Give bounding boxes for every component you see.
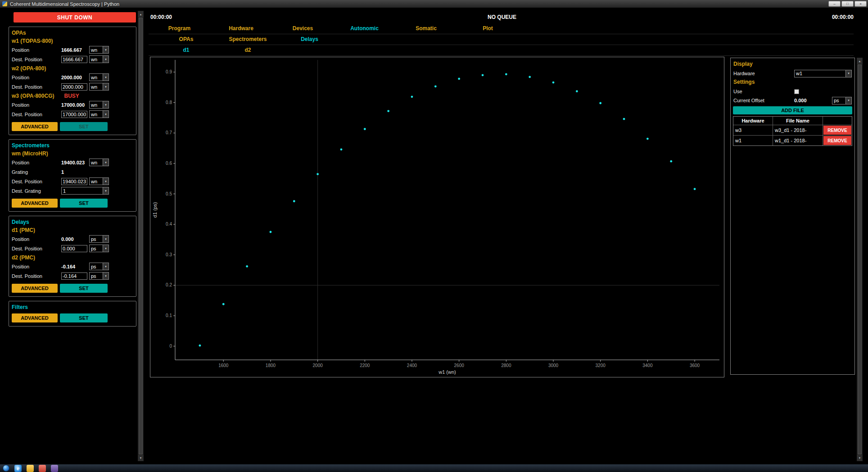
scrollbar-thumb[interactable] xyxy=(858,64,862,454)
set-button-opas[interactable]: SET xyxy=(60,122,108,131)
table-row[interactable]: w1w1_d1 - 2018-REMOVE xyxy=(733,136,852,145)
remove-button[interactable]: REMOVE xyxy=(823,126,851,135)
title-bar: Coherent Multidimensional Spectroscopy |… xyxy=(0,0,868,8)
scroll-up-icon[interactable]: ▲ xyxy=(138,11,143,17)
sidebar-scrollbar[interactable]: ▲ ▼ xyxy=(138,11,144,461)
unit-select[interactable]: ps▼ xyxy=(89,272,109,280)
unit-select-value: wn xyxy=(90,159,103,166)
offset-file-table: Hardware File Name w3w3_d1 - 2018-REMOVE… xyxy=(733,116,852,146)
field-value: 1666.667 xyxy=(61,47,89,53)
field-label: Position xyxy=(12,264,61,269)
scatter-plot[interactable]: 1600180020002200240026002800300032003400… xyxy=(150,57,724,377)
tab-plot[interactable]: Plot xyxy=(457,23,519,34)
tab-delays[interactable]: Delays xyxy=(279,34,340,45)
advanced-button-filters[interactable]: ADVANCED xyxy=(12,313,58,322)
x-tick-label: 2800 xyxy=(501,363,511,368)
set-button-filters[interactable]: SET xyxy=(60,313,108,322)
scroll-down-icon[interactable]: ▼ xyxy=(857,455,862,461)
scroll-down-icon[interactable]: ▼ xyxy=(138,455,143,461)
data-point xyxy=(694,188,696,190)
chevron-down-icon: ▼ xyxy=(103,56,108,63)
field-input[interactable] xyxy=(61,83,87,91)
data-point xyxy=(505,73,507,75)
panel-delays: Delaysd1 (PMC)Position0.000ps▼Dest. Posi… xyxy=(9,216,136,297)
tab-opas[interactable]: OPAs xyxy=(155,34,217,45)
data-point xyxy=(222,303,225,305)
field-label: Position xyxy=(12,47,61,53)
unit-select[interactable]: wn▼ xyxy=(89,83,109,91)
tab-d2[interactable]: d2 xyxy=(217,45,279,55)
set-button-delays[interactable]: SET xyxy=(60,284,108,293)
field-label: Dest. Position xyxy=(12,84,61,90)
unit-select[interactable]: ps▼ xyxy=(89,245,109,252)
tab-row-delays: d1d2 xyxy=(149,45,854,56)
tab-program[interactable]: Program xyxy=(149,23,210,34)
unit-select[interactable]: ps▼ xyxy=(89,235,109,243)
field-input[interactable] xyxy=(61,111,87,118)
x-axis-label: w1 (wn) xyxy=(438,369,456,375)
data-point xyxy=(646,138,649,140)
y-tick-label: 0.3 xyxy=(166,252,172,257)
minimize-button[interactable]: – xyxy=(828,1,841,7)
add-file-button[interactable]: ADD FILE xyxy=(733,106,852,114)
unit-select[interactable]: wn▼ xyxy=(89,177,109,185)
plot-panel: 1600180020002200240026002800300032003400… xyxy=(150,57,724,377)
field-input[interactable] xyxy=(61,178,87,185)
cell-remove: REMOVE xyxy=(823,136,852,145)
tab-somatic[interactable]: Somatic xyxy=(395,23,457,34)
advanced-button-spectrometers[interactable]: ADVANCED xyxy=(12,199,58,208)
field-input[interactable] xyxy=(61,56,87,63)
windows-explorer-icon[interactable] xyxy=(27,465,34,472)
data-point xyxy=(458,78,460,80)
utility-app-icon[interactable] xyxy=(51,465,58,472)
unit-select[interactable]: ps▼ xyxy=(89,263,109,270)
data-point xyxy=(364,128,366,130)
tab-hardware[interactable]: Hardware xyxy=(210,23,272,34)
unit-select[interactable]: wn▼ xyxy=(89,46,109,54)
unit-select[interactable]: wn▼ xyxy=(89,55,109,63)
chevron-down-icon: ▼ xyxy=(845,70,851,77)
internet-explorer-icon[interactable]: e xyxy=(14,465,22,472)
data-point xyxy=(670,160,672,163)
tab-autonomic[interactable]: Autonomic xyxy=(334,23,395,34)
cell-file-name: w3_d1 - 2018- xyxy=(773,125,823,135)
scrollbar-thumb[interactable] xyxy=(139,18,143,454)
hardware-select[interactable]: w1 ▼ xyxy=(794,70,852,77)
chevron-down-icon: ▼ xyxy=(103,111,108,118)
advanced-button-opas[interactable]: ADVANCED xyxy=(12,122,58,131)
offset-unit-select[interactable]: ps ▼ xyxy=(832,97,852,104)
maximize-button[interactable]: □ xyxy=(841,1,854,7)
close-button[interactable]: × xyxy=(854,1,867,7)
field-input[interactable] xyxy=(61,245,87,252)
table-row[interactable]: w3w3_d1 - 2018-REMOVE xyxy=(733,125,852,136)
start-button[interactable] xyxy=(3,465,9,472)
remove-button[interactable]: REMOVE xyxy=(823,136,851,145)
chevron-down-icon: ▼ xyxy=(103,83,108,90)
unit-select-value: wn xyxy=(90,56,103,63)
advanced-button-delays[interactable]: ADVANCED xyxy=(12,284,58,293)
field-select[interactable]: 1▼ xyxy=(61,187,109,195)
field-label: Dest. Position xyxy=(12,246,61,251)
unit-select[interactable]: wn▼ xyxy=(89,101,109,109)
field-row-w2-opa-800-position: Position2000.000wn▼ xyxy=(12,73,133,82)
field-value: 1 xyxy=(61,169,89,175)
unit-select[interactable]: wn▼ xyxy=(89,73,109,81)
unit-select[interactable]: wn▼ xyxy=(89,159,109,166)
field-label: Dest. Position xyxy=(12,112,61,117)
field-row-wm-microhr-dest-grating: Dest. Grating1▼ xyxy=(12,186,133,195)
scroll-up-icon[interactable]: ▲ xyxy=(857,58,862,64)
unit-select[interactable]: wn▼ xyxy=(89,110,109,118)
media-app-icon[interactable] xyxy=(39,465,46,472)
panel-buttons: ADVANCEDSET xyxy=(12,122,133,131)
x-tick-label: 2000 xyxy=(313,363,323,368)
tab-spectrometers[interactable]: Spectrometers xyxy=(217,34,279,45)
hardware-label: Hardware xyxy=(733,71,794,76)
use-checkbox[interactable] xyxy=(794,89,799,94)
set-button-spectrometers[interactable]: SET xyxy=(60,199,108,208)
field-row-w3-opa-800cg-position: Position17000.000wn▼ xyxy=(12,100,133,109)
shutdown-button[interactable]: SHUT DOWN xyxy=(14,12,136,23)
main-scrollbar[interactable]: ▲ ▼ xyxy=(857,58,863,461)
field-input[interactable] xyxy=(61,272,87,280)
tab-d1[interactable]: d1 xyxy=(155,45,217,55)
tab-devices[interactable]: Devices xyxy=(272,23,334,34)
